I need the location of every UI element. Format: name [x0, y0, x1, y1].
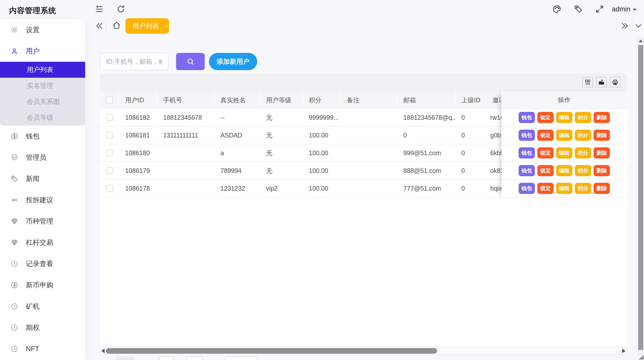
action-button-编辑[interactable]: 编辑	[556, 165, 572, 176]
action-button-钱包[interactable]: 钱包	[519, 183, 535, 194]
chevron-double-left-icon[interactable]	[95, 21, 104, 30]
select-all-checkbox[interactable]	[106, 96, 113, 104]
pagination-page-button[interactable]	[159, 356, 174, 360]
action-button-锁定[interactable]: 锁定	[537, 112, 554, 123]
action-button-编辑[interactable]: 编辑	[556, 147, 572, 158]
sidebar-subitem-用户列表[interactable]: 用户列表	[0, 62, 85, 78]
row-checkbox[interactable]	[106, 167, 113, 174]
sidebar-item-label: 设置	[26, 25, 40, 34]
sidebar-item-新闻[interactable]: 新闻	[0, 168, 85, 189]
search-button[interactable]	[176, 53, 205, 70]
table-cell	[341, 180, 397, 197]
action-button-删除[interactable]: 删除	[594, 112, 610, 123]
sidebar-item-新币申购[interactable]: 新币申购	[0, 274, 85, 296]
column-header-邮箱: 邮箱	[397, 91, 455, 109]
pagination-size-select[interactable]	[225, 356, 257, 360]
action-button-编辑[interactable]: 编辑	[556, 130, 572, 141]
pagination-prev-button[interactable]	[116, 356, 135, 360]
sidebar-item-设置[interactable]: 设置	[0, 19, 85, 41]
sidebar-item-矿机[interactable]: 矿机	[0, 296, 85, 317]
action-button-积分[interactable]: 积分	[575, 147, 591, 158]
pagination-page-button[interactable]	[186, 356, 203, 360]
action-button-锁定[interactable]: 锁定	[537, 183, 554, 194]
column-header-邀请码: 邀请码	[486, 91, 501, 109]
action-button-积分[interactable]: 积分	[575, 112, 591, 123]
scroll-up-arrow-icon[interactable]	[639, 39, 643, 42]
action-button-积分[interactable]: 积分	[575, 165, 591, 176]
sidebar-item-钱包[interactable]: 钱包	[0, 126, 85, 147]
vertical-scrollbar-thumb[interactable]	[638, 45, 643, 350]
print-icon[interactable]	[610, 77, 620, 88]
sidebar-subitem-会员关系图[interactable]: 会员关系图	[0, 94, 85, 110]
action-button-钱包[interactable]: 钱包	[519, 112, 535, 123]
action-button-锁定[interactable]: 锁定	[537, 165, 554, 176]
search-input[interactable]	[100, 53, 168, 70]
action-button-钱包[interactable]: 钱包	[519, 165, 535, 176]
caret-down-icon[interactable]	[631, 6, 638, 13]
action-button-删除[interactable]: 删除	[594, 165, 610, 176]
row-checkbox[interactable]	[106, 132, 113, 139]
sidebar-item-label: 记录查看	[26, 259, 53, 268]
user-menu[interactable]: admin	[612, 5, 631, 13]
fullscreen-icon[interactable]	[595, 5, 604, 14]
scroll-left-arrow-icon[interactable]	[101, 349, 105, 353]
sidebar-item-杠杆交易[interactable]: 杠杆交易	[0, 232, 85, 253]
row-actions: 钱包锁定编辑积分删除	[501, 109, 627, 127]
add-user-button[interactable]: 添加新用户	[209, 53, 257, 70]
action-button-删除[interactable]: 删除	[594, 130, 610, 141]
action-button-锁定[interactable]: 锁定	[537, 130, 554, 141]
row-checkbox[interactable]	[106, 185, 113, 192]
palette-icon[interactable]	[552, 5, 561, 14]
refresh-icon[interactable]	[116, 5, 125, 14]
sidebar-subitem-实名管理[interactable]: 实名管理	[0, 78, 85, 94]
row-select-cell	[100, 109, 119, 126]
row-checkbox[interactable]	[106, 149, 113, 156]
tab-user-list[interactable]: 用户列表	[125, 18, 169, 34]
table-cell: 无	[260, 127, 303, 144]
sidebar-item-用户[interactable]: 用户	[0, 41, 85, 62]
action-button-删除[interactable]: 删除	[594, 147, 610, 158]
table-cell: 777@51.com	[397, 180, 455, 197]
action-button-积分[interactable]: 积分	[575, 130, 591, 141]
row-checkbox[interactable]	[106, 114, 113, 121]
columns-icon[interactable]	[582, 77, 593, 88]
scroll-right-arrow-icon[interactable]	[622, 349, 626, 353]
search-icon	[186, 57, 195, 66]
row-actions: 钱包锁定编辑积分删除	[501, 144, 627, 162]
table-fixed-action-column: 操作 钱包锁定编辑积分删除钱包锁定编辑积分删除钱包锁定编辑积分删除钱包锁定编辑积…	[501, 91, 627, 197]
close-icon[interactable]	[163, 23, 169, 29]
sidebar-item-期权[interactable]: 期权	[0, 317, 85, 338]
sidebar-item-label: 杠杆交易	[26, 238, 53, 247]
divider	[632, 20, 632, 32]
table-cell: --	[214, 109, 260, 126]
action-button-锁定[interactable]: 锁定	[537, 147, 554, 158]
sidebar-item-记录查看[interactable]: 记录查看	[0, 253, 85, 274]
chevron-down-icon[interactable]	[634, 21, 643, 30]
action-button-删除[interactable]: 删除	[594, 183, 610, 194]
sidebar-item-币种管理[interactable]: 币种管理	[0, 211, 85, 232]
sidebar-subitem-会员等级[interactable]: 会员等级	[0, 110, 85, 126]
user-icon	[11, 47, 18, 55]
sidebar-item-label: 期权	[26, 323, 40, 332]
sidebar-item-NFT[interactable]: NFT	[0, 338, 85, 359]
action-button-编辑[interactable]: 编辑	[556, 183, 572, 194]
divider	[106, 20, 106, 32]
action-button-钱包[interactable]: 钱包	[519, 130, 535, 141]
sidebar-item-label: NFT	[26, 345, 39, 353]
horizontal-scrollbar[interactable]	[100, 346, 627, 355]
export-icon[interactable]	[596, 77, 607, 88]
action-button-钱包[interactable]: 钱包	[519, 147, 535, 158]
horizontal-scrollbar-thumb[interactable]	[106, 348, 437, 354]
sidebar-item-投拆建议[interactable]: 投拆建议	[0, 189, 85, 211]
menu-fold-icon[interactable]	[95, 5, 104, 14]
tag-icon[interactable]	[574, 5, 583, 14]
resize-grip-icon	[639, 355, 643, 359]
app-logo: 内容管理系统	[9, 6, 56, 16]
chevron-double-right-icon[interactable]	[620, 21, 629, 30]
table-cell: 0	[455, 127, 486, 144]
sidebar-item-管理员[interactable]: 管理员	[0, 147, 85, 168]
action-button-积分[interactable]: 积分	[575, 183, 591, 194]
home-icon[interactable]	[112, 21, 121, 30]
action-button-编辑[interactable]: 编辑	[556, 112, 572, 123]
table-cell: 789994	[214, 162, 260, 179]
